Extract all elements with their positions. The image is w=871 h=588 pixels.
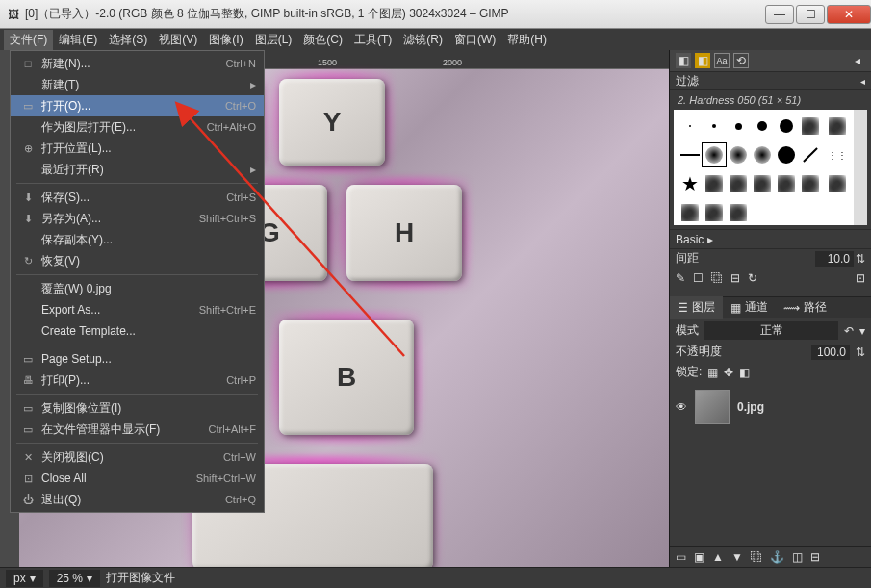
spinner-icon[interactable]: ⇅ bbox=[856, 252, 865, 266]
layer-down-icon[interactable]: ▼ bbox=[731, 550, 743, 564]
layer-group-icon[interactable]: ▣ bbox=[694, 550, 704, 564]
brush-zoom-icon[interactable]: ⊡ bbox=[856, 271, 865, 285]
minimize-button[interactable]: — bbox=[765, 5, 794, 24]
menu-item[interactable]: 🖶打印(P)...Ctrl+P bbox=[11, 370, 264, 391]
lock-pixels-icon[interactable]: ▦ bbox=[707, 366, 718, 379]
menu-item[interactable]: Create Template... bbox=[11, 320, 264, 342]
brush-preset[interactable] bbox=[679, 201, 702, 224]
menu-7[interactable]: 工具(T) bbox=[348, 30, 397, 50]
zoom-combo[interactable]: 25 % ▾ bbox=[49, 570, 100, 587]
brush-preset[interactable] bbox=[799, 172, 822, 195]
brush-basic-row[interactable]: Basic ▸ bbox=[670, 229, 871, 248]
brush-scrollbar[interactable] bbox=[854, 110, 867, 225]
del-brush-icon[interactable]: ⊟ bbox=[730, 271, 740, 285]
menu-item[interactable]: ▭在文件管理器中显示(F)Ctrl+Alt+F bbox=[11, 419, 264, 440]
brush-preset[interactable] bbox=[799, 115, 822, 138]
del-layer-icon[interactable]: ⊟ bbox=[810, 550, 820, 564]
menu-item[interactable]: ▭打开(O)...Ctrl+O bbox=[11, 95, 264, 116]
dup-brush-icon[interactable]: ⿻ bbox=[711, 271, 723, 285]
maximize-button[interactable]: ☐ bbox=[796, 5, 825, 24]
menu-item[interactable]: ⊕打开位置(L)... bbox=[11, 138, 264, 159]
menu-item[interactable]: ⬇另存为(A)...Shift+Ctrl+S bbox=[11, 208, 264, 229]
brush-preset[interactable] bbox=[751, 143, 774, 166]
layer-name[interactable]: 0.jpg bbox=[737, 400, 764, 414]
menu-1[interactable]: 编辑(E) bbox=[53, 30, 103, 50]
close-button[interactable]: ✕ bbox=[827, 5, 871, 24]
menu-item[interactable]: □新建(N)...Ctrl+N bbox=[11, 53, 264, 74]
menu-item[interactable]: Export As...Shift+Ctrl+E bbox=[11, 299, 264, 320]
new-brush-icon[interactable]: ☐ bbox=[693, 271, 704, 285]
menu-6[interactable]: 颜色(C) bbox=[297, 30, 348, 50]
mode-combo[interactable]: 正常 bbox=[704, 321, 838, 340]
menu-10[interactable]: 帮助(H) bbox=[501, 30, 552, 50]
brush-preset[interactable] bbox=[775, 115, 798, 138]
tab-通道[interactable]: ▦通道 bbox=[723, 296, 776, 319]
patterns-tab-icon[interactable]: ◧ bbox=[695, 53, 710, 68]
menu-8[interactable]: 滤镜(R) bbox=[397, 30, 448, 50]
unit-combo[interactable]: px ▾ bbox=[6, 570, 43, 587]
dup-layer-icon[interactable]: ⿻ bbox=[751, 550, 762, 564]
brush-preset[interactable] bbox=[703, 115, 726, 138]
menu-3[interactable]: 视图(V) bbox=[153, 30, 203, 50]
menu-item[interactable]: ▭复制图像位置(I) bbox=[11, 397, 264, 419]
brush-preset[interactable] bbox=[679, 143, 702, 166]
brush-preset[interactable]: ⋮⋮ bbox=[826, 143, 849, 166]
mask-layer-icon[interactable]: ◫ bbox=[792, 550, 803, 564]
brush-preset[interactable] bbox=[799, 143, 822, 166]
brush-preset[interactable] bbox=[826, 172, 849, 195]
mode-reset-icon[interactable]: ↶ bbox=[844, 324, 854, 338]
merge-layer-icon[interactable]: ⚓ bbox=[770, 550, 784, 564]
lock-position-icon[interactable]: ✥ bbox=[724, 366, 733, 379]
brush-spacing-value[interactable]: 10.0 bbox=[815, 251, 854, 267]
edit-brush-icon[interactable]: ✎ bbox=[676, 271, 685, 285]
visibility-eye-icon[interactable]: 👁 bbox=[676, 400, 687, 414]
brush-preset[interactable] bbox=[751, 172, 774, 195]
menu-item[interactable]: 覆盖(W) 0.jpg bbox=[11, 278, 264, 299]
menu-item[interactable]: ⏻退出(Q)Ctrl+Q bbox=[11, 489, 264, 510]
brush-preset[interactable] bbox=[679, 115, 702, 138]
layer-thumbnail[interactable] bbox=[695, 390, 730, 424]
brush-preset[interactable] bbox=[727, 115, 750, 138]
brush-preset[interactable] bbox=[751, 115, 774, 138]
brush-filter-menu-icon[interactable]: ◂ bbox=[860, 76, 865, 87]
chevron-down-icon[interactable]: ▾ bbox=[859, 324, 865, 338]
layer-item[interactable]: 👁 0.jpg bbox=[670, 384, 871, 430]
menu-item[interactable]: ▭Page Setup... bbox=[11, 348, 264, 370]
layer-up-icon[interactable]: ▲ bbox=[712, 550, 724, 564]
menu-item[interactable]: 新建(T)▸ bbox=[11, 74, 264, 95]
menu-item[interactable]: 保存副本(Y)... bbox=[11, 229, 264, 250]
history-tab-icon[interactable]: ⟲ bbox=[733, 53, 749, 68]
tab-图层[interactable]: ☰图层 bbox=[670, 296, 723, 319]
brush-preset[interactable] bbox=[727, 172, 750, 195]
brush-preset[interactable] bbox=[727, 201, 750, 224]
menu-0[interactable]: 文件(F) bbox=[4, 30, 53, 50]
lock-alpha-icon[interactable]: ◧ bbox=[739, 366, 750, 379]
spinner-icon[interactable]: ⇅ bbox=[856, 345, 865, 359]
brushes-tab-icon[interactable]: ◧ bbox=[676, 53, 691, 68]
menu-item[interactable]: 最近打开(R)▸ bbox=[11, 159, 264, 180]
brush-preset[interactable] bbox=[826, 115, 849, 138]
brush-preset[interactable] bbox=[703, 201, 726, 224]
brush-preset[interactable] bbox=[703, 172, 726, 195]
menu-9[interactable]: 窗口(W) bbox=[448, 30, 501, 50]
menu-item[interactable]: ⊡Close AllShift+Ctrl+W bbox=[11, 468, 264, 489]
brush-preset[interactable] bbox=[703, 143, 726, 166]
menu-2[interactable]: 选择(S) bbox=[103, 30, 153, 50]
panel-menu-icon[interactable]: ◂ bbox=[850, 53, 865, 68]
fonts-tab-icon[interactable]: Aa bbox=[714, 53, 730, 68]
menu-5[interactable]: 图层(L) bbox=[249, 30, 298, 50]
menu-item[interactable]: ✕关闭视图(C)Ctrl+W bbox=[11, 447, 264, 468]
refresh-brush-icon[interactable]: ↻ bbox=[748, 271, 757, 285]
menu-item[interactable]: ↻恢复(V) bbox=[11, 250, 264, 271]
brush-preset[interactable] bbox=[775, 143, 798, 166]
opacity-value[interactable]: 100.0 bbox=[811, 345, 850, 360]
menu-item[interactable]: 作为图层打开(E)...Ctrl+Alt+O bbox=[11, 116, 264, 138]
brush-preset[interactable] bbox=[727, 143, 750, 166]
new-layer-icon[interactable]: ▭ bbox=[676, 550, 686, 564]
tab-路径[interactable]: ⟿路径 bbox=[776, 296, 834, 319]
menu-4[interactable]: 图像(I) bbox=[203, 30, 248, 50]
brush-preset[interactable]: ★ bbox=[679, 172, 702, 195]
menu-item[interactable]: ⬇保存(S)...Ctrl+S bbox=[11, 187, 264, 208]
brush-grid[interactable]: ⋮⋮★ bbox=[674, 110, 867, 225]
brush-preset[interactable] bbox=[775, 172, 798, 195]
